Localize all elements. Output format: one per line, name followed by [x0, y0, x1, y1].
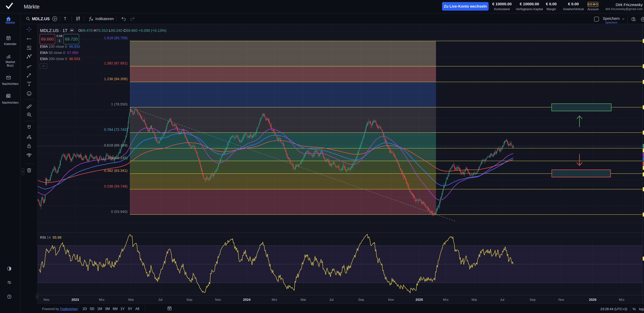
- svg-text:0.382 (63.341): 0.382 (63.341): [104, 168, 128, 172]
- svg-text:Nov: Nov: [215, 298, 221, 302]
- svg-text:0.236 (59.748): 0.236 (59.748): [104, 184, 128, 188]
- svg-text:Mrz: Mrz: [443, 298, 448, 302]
- svg-text:2024: 2024: [243, 298, 250, 302]
- svg-text:Nov: Nov: [44, 298, 50, 302]
- svg-text:Mai: Mai: [472, 298, 477, 302]
- svg-text:Jul: Jul: [158, 298, 162, 302]
- svg-text:Sep: Sep: [186, 298, 192, 302]
- svg-text:0.764 (72.742): 0.764 (72.742): [104, 128, 128, 132]
- svg-text:Mrz: Mrz: [619, 298, 624, 302]
- svg-text:1 (78.550): 1 (78.550): [111, 102, 128, 106]
- svg-text:1.382 (87.951): 1.382 (87.951): [104, 61, 128, 65]
- svg-text:Nov: Nov: [558, 298, 564, 302]
- svg-text:Jul: Jul: [500, 298, 504, 302]
- svg-text:Mai: Mai: [300, 298, 306, 302]
- svg-text:Mrz: Mrz: [99, 298, 104, 302]
- svg-text:1.236 (84.358): 1.236 (84.358): [104, 77, 128, 81]
- svg-text:2023: 2023: [72, 298, 79, 302]
- svg-text:Sep: Sep: [530, 298, 536, 302]
- svg-text:Mrz: Mrz: [272, 298, 277, 302]
- svg-text:0 (53.940): 0 (53.940): [111, 210, 128, 214]
- svg-text:Jul: Jul: [329, 298, 334, 302]
- svg-text:0.5 (66.245): 0.5 (66.245): [108, 156, 128, 160]
- svg-text:0.618 (69.149): 0.618 (69.149): [104, 143, 128, 147]
- svg-text:Mai: Mai: [128, 298, 134, 302]
- svg-text:Sep: Sep: [358, 298, 364, 302]
- svg-text:Nov: Nov: [388, 298, 394, 302]
- svg-text:2026: 2026: [589, 298, 596, 302]
- svg-text:1.618 (93.759): 1.618 (93.759): [104, 36, 128, 40]
- svg-text:2025: 2025: [416, 298, 423, 302]
